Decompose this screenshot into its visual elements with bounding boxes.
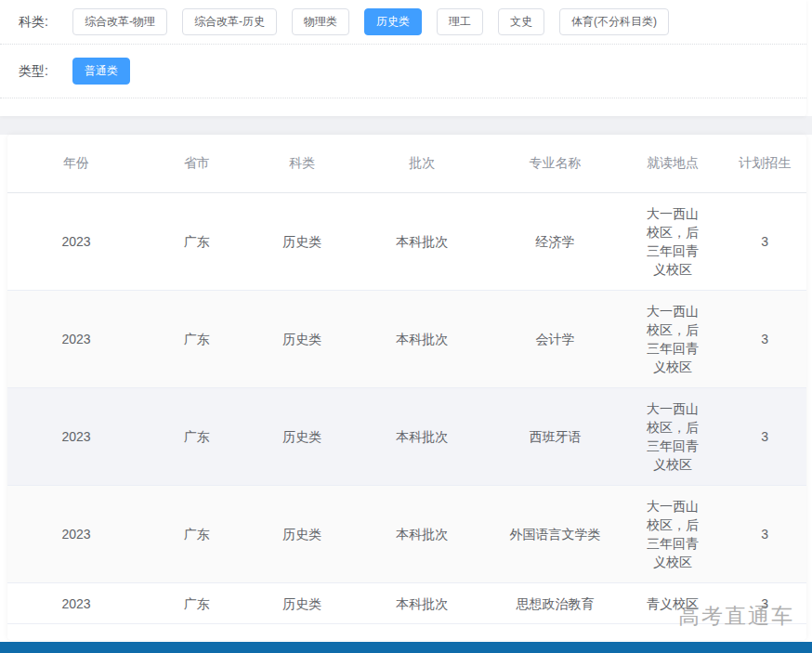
cell-year: 2023	[7, 193, 145, 291]
col-header-location: 就读地点	[622, 135, 723, 193]
bottom-bar	[0, 642, 812, 653]
cell-category: 历史类	[249, 583, 356, 624]
cell-location: 大一西山校区，后三年回青义校区	[622, 291, 723, 388]
cell-planned-enrollment: 3	[724, 291, 806, 388]
cell-location: 大一西山校区，后三年回青义校区	[622, 193, 723, 291]
col-header-year: 年份	[7, 135, 145, 193]
cell-major: 经济学	[489, 193, 622, 291]
location-text: 大一西山校区，后三年回青义校区	[645, 497, 701, 571]
cell-year: 2023	[7, 291, 145, 388]
cell-province: 广东	[145, 486, 249, 583]
category-option-comprehensive-history[interactable]: 综合改革-历史	[182, 8, 277, 35]
category-option-liberal-arts[interactable]: 文史	[498, 8, 544, 35]
cell-batch: 本科批次	[356, 486, 489, 583]
cell-category: 历史类	[249, 193, 356, 291]
location-text: 大一西山校区，后三年回青义校区	[645, 204, 701, 279]
category-filter-label: 科类:	[19, 14, 72, 31]
cell-planned-enrollment: 3	[724, 388, 806, 486]
admission-plan-table-card: 年份 省市 科类 批次 专业名称 就读地点 计划招生 2023 广东 历史类 本…	[7, 135, 806, 640]
cell-batch: 本科批次	[356, 291, 489, 388]
cell-year: 2023	[7, 388, 145, 486]
cell-major: 外国语言文学类	[489, 486, 622, 583]
col-header-category: 科类	[249, 135, 356, 193]
cell-location: 大一西山校区，后三年回青义校区	[622, 486, 723, 583]
location-text: 大一西山校区，后三年回青义校区	[645, 399, 701, 474]
cell-batch: 本科批次	[356, 193, 489, 291]
cell-category: 历史类	[249, 388, 356, 486]
category-option-physics[interactable]: 物理类	[292, 8, 349, 35]
cell-planned-enrollment: 3	[724, 486, 806, 583]
watermark: 高考直通车	[678, 602, 794, 631]
table-row: 2023 广东 历史类 本科批次 会计学 大一西山校区，后三年回青义校区 3	[7, 291, 806, 388]
cell-category: 历史类	[249, 291, 356, 388]
page-background-band	[0, 116, 812, 135]
category-option-history[interactable]: 历史类	[364, 8, 422, 35]
cell-province: 广东	[145, 388, 249, 486]
cell-category: 历史类	[249, 486, 356, 583]
cell-batch: 本科批次	[356, 388, 489, 486]
filter-row-category: 科类: 综合改革-物理 综合改革-历史 物理类 历史类 理工 文史 体育(不分科…	[0, 0, 806, 45]
cell-batch: 本科批次	[356, 583, 489, 624]
col-header-major: 专业名称	[489, 135, 622, 193]
cell-major: 西班牙语	[489, 388, 622, 486]
cell-province: 广东	[145, 193, 249, 291]
category-option-comprehensive-physics[interactable]: 综合改革-物理	[72, 8, 167, 35]
table-row: 2023 广东 历史类 本科批次 外国语言文学类 大一西山校区，后三年回青义校区…	[7, 486, 806, 583]
col-header-planned-enrollment: 计划招生	[724, 135, 806, 193]
admission-plan-table: 年份 省市 科类 批次 专业名称 就读地点 计划招生 2023 广东 历史类 本…	[7, 135, 806, 624]
cell-planned-enrollment: 3	[724, 193, 806, 291]
category-option-sports[interactable]: 体育(不分科目类)	[559, 8, 669, 35]
cell-location: 大一西山校区，后三年回青义校区	[622, 388, 723, 486]
cell-major: 思想政治教育	[489, 583, 622, 624]
location-text: 大一西山校区，后三年回青义校区	[645, 302, 701, 376]
col-header-batch: 批次	[356, 135, 489, 193]
type-filter-label: 类型:	[19, 63, 72, 80]
category-option-science[interactable]: 理工	[437, 8, 483, 35]
cell-major: 会计学	[489, 291, 622, 388]
table-row: 2023 广东 历史类 本科批次 经济学 大一西山校区，后三年回青义校区 3	[7, 193, 806, 291]
table-header-row: 年份 省市 科类 批次 专业名称 就读地点 计划招生	[7, 135, 806, 193]
cell-province: 广东	[145, 291, 249, 388]
cell-year: 2023	[7, 583, 145, 624]
filter-row-type: 类型: 普通类	[0, 45, 806, 98]
table-row: 2023 广东 历史类 本科批次 西班牙语 大一西山校区，后三年回青义校区 3	[7, 388, 806, 486]
type-option-general[interactable]: 普通类	[72, 58, 130, 85]
filter-panel: 科类: 综合改革-物理 综合改革-历史 物理类 历史类 理工 文史 体育(不分科…	[0, 0, 806, 116]
cell-province: 广东	[145, 583, 249, 624]
col-header-province: 省市	[145, 135, 249, 193]
cell-year: 2023	[7, 486, 145, 583]
